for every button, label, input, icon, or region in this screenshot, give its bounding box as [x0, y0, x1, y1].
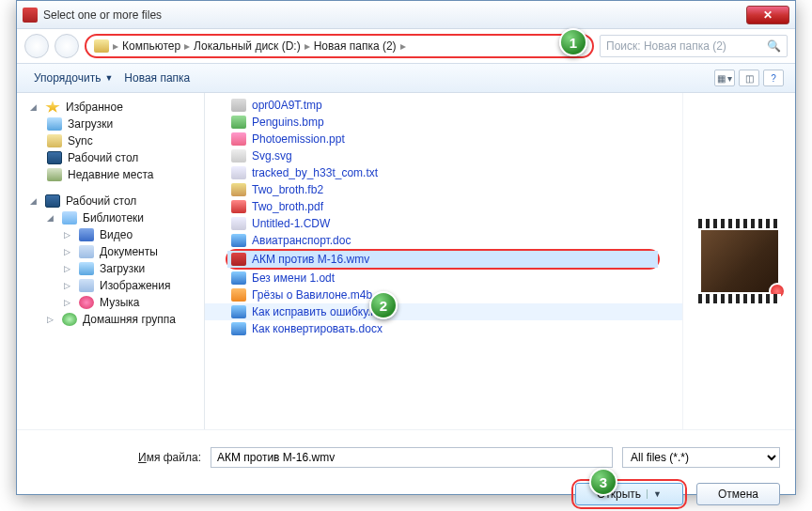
dialog-footer: Имя файла: All files (*.*) Открыть ▼ Отм…: [17, 429, 795, 511]
file-row[interactable]: Без имени 1.odt: [205, 270, 682, 286]
file-row[interactable]: Авиатранспорт.doc: [205, 232, 682, 249]
filename-input[interactable]: [211, 447, 613, 468]
sidebar-label: Sync: [68, 134, 93, 147]
file-name: Two_broth.pdf: [252, 200, 323, 213]
tree-expand-icon: ▷: [64, 281, 73, 290]
file-row[interactable]: Как исправить ошибку.mht: [205, 303, 682, 320]
drive-icon: [94, 39, 109, 53]
nav-back-button[interactable]: [24, 34, 49, 58]
file-icon: [231, 217, 246, 230]
file-row[interactable]: Two_broth.fb2: [205, 181, 682, 198]
document-icon: [79, 245, 94, 258]
window-title: Select one or more files: [43, 8, 746, 22]
file-name: tracked_by_h33t_com.txt: [252, 166, 378, 179]
file-name: Без имени 1.odt: [252, 271, 335, 285]
organize-label: Упорядочить: [34, 71, 101, 85]
chevron-down-icon[interactable]: ▼: [647, 489, 662, 499]
sidebar-label: Рабочий стол: [68, 151, 138, 164]
file-row[interactable]: Untitled-1.CDW: [205, 215, 682, 232]
file-row[interactable]: Penguins.bmp: [205, 114, 682, 131]
toolbar: Упорядочить ▼ Новая папка ▦ ▾ ◫ ?: [17, 63, 795, 93]
tree-expand-icon: ▷: [47, 315, 56, 324]
sidebar-item-downloads-lib[interactable]: ▷Загрузки: [21, 260, 200, 277]
preview-pane-button[interactable]: ◫: [739, 70, 759, 86]
app-icon: [23, 8, 38, 23]
file-icon: [231, 99, 246, 112]
titlebar: Select one or more files ✕: [17, 1, 795, 29]
sidebar-item-libraries[interactable]: ◢Библиотеки: [21, 209, 200, 226]
file-name: Грёзы о Вавилоне.m4b: [252, 288, 372, 302]
crumb-drive[interactable]: Локальный диск (D:): [194, 39, 301, 53]
sidebar-label: Библиотеки: [83, 211, 144, 225]
breadcrumb[interactable]: ▸ Компьютер ▸ Локальный диск (D:) ▸ Нова…: [85, 34, 594, 58]
file-list[interactable]: opr00A9T.tmp Penguins.bmp Photoemission.…: [205, 93, 682, 429]
folder-icon: [79, 262, 94, 275]
file-icon: [231, 149, 246, 163]
sidebar-item-video[interactable]: ▷Видео: [21, 226, 200, 243]
sidebar-label: Видео: [100, 228, 133, 241]
sidebar-item-music[interactable]: ▷Музыка: [21, 294, 200, 311]
file-name: Как конвертировать.docx: [252, 322, 383, 335]
file-icon: [231, 322, 246, 335]
sidebar-item-desktop-root[interactable]: ◢Рабочий стол: [21, 193, 200, 209]
sidebar-item-downloads[interactable]: Загрузки: [21, 116, 200, 132]
content-area: ◢Избранное Загрузки Sync Рабочий стол Не…: [17, 93, 795, 429]
library-icon: [62, 211, 77, 225]
file-row[interactable]: Photoemission.ppt: [205, 131, 682, 147]
thumbnail-badge-icon: [769, 283, 786, 300]
tree-collapse-icon: ◢: [47, 213, 56, 223]
tree-expand-icon: ▷: [64, 298, 73, 307]
sidebar-label: Изображения: [100, 279, 170, 292]
organize-menu[interactable]: Упорядочить ▼: [28, 68, 118, 88]
file-row[interactable]: Грёзы о Вавилоне.m4b: [205, 286, 682, 303]
file-icon: [231, 305, 246, 318]
sidebar-item-recent[interactable]: Недавние места: [21, 166, 200, 183]
sidebar-item-desktop[interactable]: Рабочий стол: [21, 149, 200, 166]
recent-icon: [47, 168, 62, 181]
tree-expand-icon: ▷: [64, 230, 73, 240]
crumb-folder[interactable]: Новая папка (2): [314, 39, 397, 53]
file-icon: [231, 271, 246, 285]
desktop-icon: [45, 194, 60, 208]
search-icon: 🔍: [767, 39, 781, 53]
nav-forward-button[interactable]: [55, 34, 79, 58]
file-name: Penguins.bmp: [252, 116, 324, 129]
file-row[interactable]: tracked_by_h33t_com.txt: [205, 164, 682, 181]
sidebar-item-homegroup[interactable]: ▷Домашняя группа: [21, 311, 200, 328]
new-folder-button[interactable]: Новая папка: [118, 68, 195, 88]
sidebar-label: Загрузки: [68, 117, 113, 131]
sidebar-item-images[interactable]: ▷Изображения: [21, 277, 200, 294]
file-open-dialog: Select one or more files ✕ ▸ Компьютер ▸…: [16, 0, 796, 495]
filename-label: Имя файла:: [32, 451, 201, 464]
search-placeholder: Поиск: Новая папка (2): [606, 39, 761, 53]
file-name: Two_broth.fb2: [252, 183, 323, 196]
close-button[interactable]: ✕: [746, 6, 789, 24]
sidebar-label: Недавние места: [68, 168, 153, 181]
tree-expand-icon: ▷: [64, 247, 73, 256]
sidebar-label: Музыка: [100, 296, 139, 309]
file-icon: [231, 200, 246, 213]
cancel-button[interactable]: Отмена: [696, 483, 780, 505]
sidebar-item-sync[interactable]: Sync: [21, 132, 200, 149]
sidebar-label: Рабочий стол: [66, 194, 136, 208]
file-row[interactable]: opr00A9T.tmp: [205, 97, 682, 114]
search-input[interactable]: Поиск: Новая папка (2) 🔍: [600, 35, 788, 57]
file-row-selected[interactable]: АКМ против М-16.wmv: [227, 251, 658, 268]
help-button[interactable]: ?: [763, 70, 784, 86]
crumb-computer[interactable]: Компьютер: [122, 39, 180, 53]
file-row[interactable]: Two_broth.pdf: [205, 198, 682, 215]
sidebar-label: Избранное: [66, 101, 123, 114]
file-icon: [231, 166, 246, 179]
annotation-callout-2: 2: [369, 291, 398, 319]
file-type-filter[interactable]: All files (*.*): [622, 447, 780, 468]
star-icon: [45, 101, 60, 114]
file-row[interactable]: Svg.svg: [205, 147, 682, 164]
file-row[interactable]: Как конвертировать.docx: [205, 320, 682, 337]
video-thumbnail: [697, 226, 782, 296]
sidebar-item-favorites[interactable]: ◢Избранное: [21, 99, 200, 116]
folder-icon: [47, 117, 62, 131]
video-icon: [79, 228, 94, 241]
view-mode-button[interactable]: ▦ ▾: [714, 70, 735, 86]
file-icon: [231, 183, 246, 196]
sidebar-item-docs[interactable]: ▷Документы: [21, 243, 200, 260]
